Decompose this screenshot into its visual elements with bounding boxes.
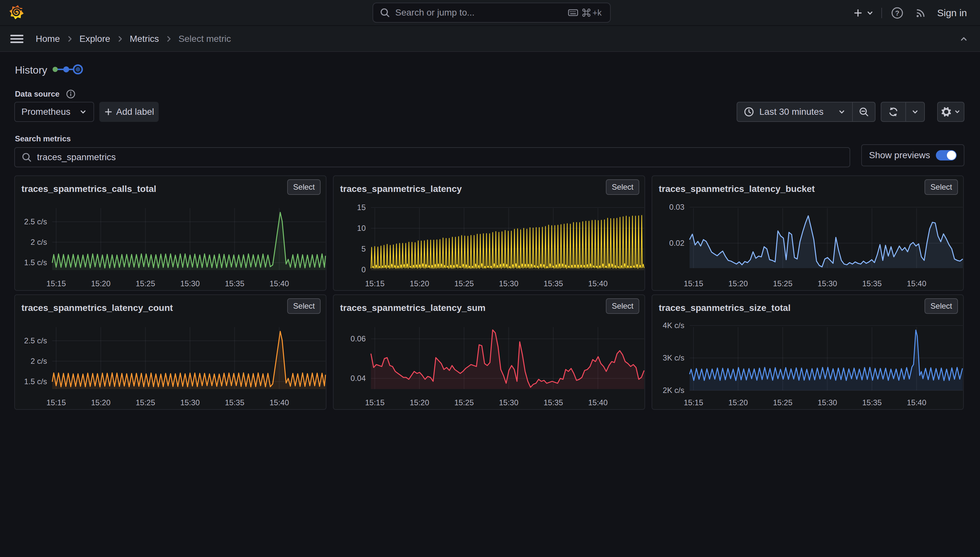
svg-text:15:25: 15:25 xyxy=(773,279,792,288)
svg-text:2K c/s: 2K c/s xyxy=(663,386,684,394)
svg-text:15:20: 15:20 xyxy=(410,279,429,288)
svg-text:4K c/s: 4K c/s xyxy=(663,321,684,330)
svg-text:15:15: 15:15 xyxy=(684,279,703,288)
svg-text:0.02: 0.02 xyxy=(669,239,684,248)
svg-text:15:35: 15:35 xyxy=(544,279,563,288)
svg-text:15:35: 15:35 xyxy=(544,398,563,407)
svg-text:15:40: 15:40 xyxy=(270,279,289,288)
svg-text:10: 10 xyxy=(357,224,366,233)
svg-text:15:40: 15:40 xyxy=(906,279,926,288)
svg-text:15:20: 15:20 xyxy=(91,398,110,407)
svg-text:15:35: 15:35 xyxy=(225,398,244,407)
svg-text:15:25: 15:25 xyxy=(136,398,155,407)
svg-text:15:30: 15:30 xyxy=(499,398,518,407)
svg-text:?: ? xyxy=(895,9,899,17)
svg-text:15:25: 15:25 xyxy=(136,279,155,288)
svg-text:15:40: 15:40 xyxy=(906,398,926,407)
svg-text:15:30: 15:30 xyxy=(180,398,199,407)
svg-text:2 c/s: 2 c/s xyxy=(31,357,47,365)
svg-text:15:30: 15:30 xyxy=(499,279,518,288)
svg-text:15:25: 15:25 xyxy=(454,398,474,407)
svg-text:2 c/s: 2 c/s xyxy=(31,238,47,246)
svg-text:15:25: 15:25 xyxy=(773,398,792,407)
svg-text:2.5 c/s: 2.5 c/s xyxy=(24,217,47,226)
svg-text:15:15: 15:15 xyxy=(684,398,703,407)
svg-text:15:30: 15:30 xyxy=(180,279,199,288)
svg-text:15:35: 15:35 xyxy=(862,279,882,288)
svg-text:15:15: 15:15 xyxy=(365,398,385,407)
svg-text:15:30: 15:30 xyxy=(817,279,837,288)
svg-text:0: 0 xyxy=(361,265,366,274)
svg-text:0.04: 0.04 xyxy=(350,374,366,383)
svg-text:15:35: 15:35 xyxy=(862,398,882,407)
svg-text:0.06: 0.06 xyxy=(350,334,366,343)
svg-text:15:35: 15:35 xyxy=(225,279,244,288)
svg-text:15:20: 15:20 xyxy=(410,398,429,407)
svg-text:15:20: 15:20 xyxy=(91,279,110,288)
svg-text:1.5 c/s: 1.5 c/s xyxy=(24,377,47,386)
svg-text:5: 5 xyxy=(361,244,366,253)
svg-text:15:15: 15:15 xyxy=(46,279,66,288)
svg-text:15:25: 15:25 xyxy=(454,279,474,288)
svg-text:15: 15 xyxy=(357,203,366,212)
svg-text:15:40: 15:40 xyxy=(270,398,289,407)
svg-text:15:20: 15:20 xyxy=(728,398,748,407)
svg-text:3K c/s: 3K c/s xyxy=(663,353,684,362)
svg-text:15:40: 15:40 xyxy=(588,279,608,288)
svg-text:15:40: 15:40 xyxy=(588,398,608,407)
svg-text:15:20: 15:20 xyxy=(728,279,748,288)
svg-text:2.5 c/s: 2.5 c/s xyxy=(24,336,47,345)
svg-text:1.5 c/s: 1.5 c/s xyxy=(24,258,47,267)
svg-text:15:30: 15:30 xyxy=(817,398,837,407)
svg-text:15:15: 15:15 xyxy=(365,279,385,288)
svg-text:0.03: 0.03 xyxy=(669,203,684,212)
svg-text:15:15: 15:15 xyxy=(46,398,66,407)
